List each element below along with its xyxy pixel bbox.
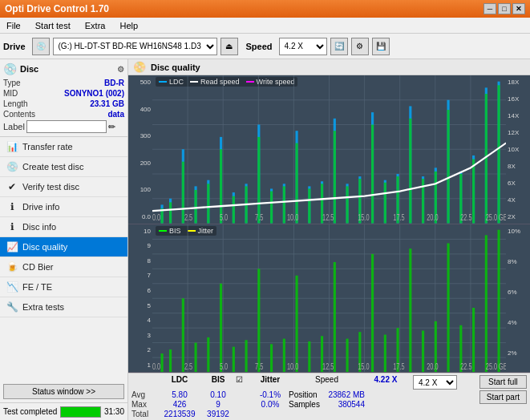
menu-start-test[interactable]: Start test	[32, 19, 74, 32]
total-label: Total	[131, 410, 157, 418]
label-edit-icon[interactable]: ✏	[108, 122, 115, 132]
start-part-button[interactable]: Start part	[479, 390, 527, 404]
disc-length-value: 23.31 GB	[90, 99, 124, 108]
disc-contents-label: Contents	[3, 110, 35, 119]
nav-disc-info-label: Disc info	[22, 222, 56, 232]
chart-header-title: Disc quality	[151, 63, 200, 72]
settings-button[interactable]: ⚙	[351, 38, 369, 55]
svg-rect-56	[334, 131, 336, 223]
drive-select[interactable]: (G:) HL-DT-ST BD-RE WH16NS48 1.D3	[53, 38, 217, 55]
svg-text:7.5: 7.5	[255, 361, 264, 371]
nav-drive-info[interactable]: ℹ Drive info	[0, 197, 127, 217]
svg-rect-106	[245, 340, 248, 372]
main-layout: 💿 Disc ⚙ Type BD-R MID SONYNO1 (002) Len…	[0, 59, 530, 420]
position-value: 23862 MB	[305, 390, 365, 399]
disc-type-label: Type	[3, 79, 21, 87]
menu-file[interactable]: File	[3, 19, 24, 32]
save-button[interactable]: 💾	[372, 38, 390, 55]
stats-avg-row: Avg 5.80 0.10 -0.1% Position 23862 MB	[131, 390, 457, 399]
cd-bier-icon: 🍺	[6, 261, 18, 273]
disc-label-input[interactable]	[26, 120, 107, 133]
close-button[interactable]: ✕	[512, 3, 525, 14]
nav-disc-info[interactable]: ℹ Disc info	[0, 217, 127, 237]
charts-area: 500 400 300 200 100 0.0 LDC	[128, 75, 530, 373]
max-label: Max	[131, 400, 157, 409]
drive-info-icon: ℹ	[6, 201, 18, 212]
svg-rect-120	[422, 330, 424, 372]
nav-fe-te[interactable]: 📉 FE / TE	[0, 277, 127, 297]
svg-text:22.5: 22.5	[460, 361, 472, 371]
svg-rect-69	[498, 85, 500, 223]
refresh-button[interactable]: 🔄	[330, 38, 348, 55]
disc-contents-value: data	[107, 110, 124, 119]
disc-mid-row: MID SONYNO1 (002)	[3, 89, 124, 98]
svg-rect-113	[334, 261, 336, 372]
nav-transfer-rate[interactable]: 📊 Transfer rate	[0, 137, 127, 157]
nav-verify-test-disc[interactable]: ✔ Verify test disc	[0, 177, 127, 197]
disc-info-icon: ℹ	[6, 221, 18, 232]
speed-header: Speed	[305, 375, 349, 390]
svg-text:17.5: 17.5	[393, 361, 405, 371]
svg-rect-47	[220, 149, 222, 223]
start-full-button[interactable]: Start full	[479, 375, 527, 389]
disc-section-title: Disc	[20, 64, 38, 74]
ldc-chart-inner: LDC Read speed Write speed	[152, 75, 506, 224]
disc-section: 💿 Disc ⚙ Type BD-R MID SONYNO1 (002) Len…	[0, 59, 127, 137]
maximize-button[interactable]: □	[498, 3, 511, 14]
svg-text:20.0: 20.0	[427, 361, 439, 371]
ldc-chart-container: 500 400 300 200 100 0.0 LDC	[128, 75, 530, 224]
speed-select[interactable]: 4.2 X	[279, 38, 327, 55]
extra-tests-icon: 🔧	[6, 301, 18, 313]
nav-cd-bier-label: CD Bier	[22, 262, 54, 272]
ldc-y-axis-left: 500 400 300 200 100 0.0	[128, 75, 152, 224]
nav-disc-quality[interactable]: 📈 Disc quality	[0, 237, 127, 257]
svg-rect-45	[195, 190, 197, 224]
stats-header-row: LDC BIS ☑ Jitter Speed 4.22 X 4.2 X	[131, 375, 457, 390]
speed-label: Speed	[246, 42, 273, 51]
svg-text:15.0: 15.0	[358, 213, 369, 223]
bis-y-axis-right: 10% 8% 6% 4% 2%	[506, 224, 530, 373]
drive-icon-button[interactable]: 💿	[32, 38, 50, 55]
nav-extra-tests[interactable]: 🔧 Extra tests	[0, 297, 127, 317]
nav-create-test-disc[interactable]: 💿 Create test disc	[0, 157, 127, 177]
disc-mid-label: MID	[3, 89, 18, 98]
disc-quality-icon: 📈	[6, 241, 18, 252]
svg-text:12.5: 12.5	[322, 213, 334, 223]
svg-rect-65	[447, 110, 450, 223]
svg-rect-62	[409, 119, 411, 224]
svg-rect-116	[371, 253, 374, 372]
stats-table: LDC BIS ☑ Jitter Speed 4.22 X 4.2 X Av	[131, 375, 457, 418]
svg-rect-126	[498, 229, 500, 372]
speed-dropdown[interactable]: 4.2 X	[413, 375, 457, 390]
menu-help[interactable]: Help	[116, 19, 141, 32]
max-ldc: 426	[159, 400, 200, 409]
chart-header-icon: 📀	[133, 61, 146, 73]
svg-rect-54	[308, 188, 310, 223]
nav-transfer-rate-label: Transfer rate	[22, 142, 73, 151]
window-controls: ─ □ ✕	[483, 3, 525, 14]
toolbar: Drive 💿 (G:) HL-DT-ST BD-RE WH16NS48 1.D…	[0, 34, 530, 59]
verify-test-disc-icon: ✔	[6, 181, 18, 192]
nav-cd-bier[interactable]: 🍺 CD Bier	[0, 257, 127, 277]
nav-section: 📊 Transfer rate 💿 Create test disc ✔ Ver…	[0, 137, 127, 381]
disc-contents-row: Contents data	[3, 110, 124, 119]
samples-value: 380544	[305, 400, 365, 409]
max-jitter: 0.0%	[253, 400, 287, 409]
svg-rect-119	[409, 248, 411, 372]
svg-rect-110	[296, 275, 298, 372]
status-window-button[interactable]: Status window >>	[3, 384, 124, 399]
avg-jitter: -0.1%	[253, 390, 287, 399]
nav-verify-test-disc-label: Verify test disc	[22, 182, 79, 192]
menu-bar: File Start test Extra Help	[0, 18, 530, 34]
nav-create-test-disc-label: Create test disc	[22, 162, 83, 172]
minimize-button[interactable]: ─	[483, 3, 496, 14]
disc-label-row: Label ✏	[3, 120, 124, 133]
menu-extra[interactable]: Extra	[82, 19, 109, 32]
speed-value-header: 4.22 X	[362, 375, 410, 390]
bis-header: BIS	[202, 375, 234, 390]
disc-type-value: BD-R	[104, 79, 124, 87]
svg-rect-99	[161, 353, 164, 372]
chart-header: 📀 Disc quality	[128, 59, 530, 75]
disc-section-header: 💿 Disc ⚙	[3, 63, 124, 75]
eject-button[interactable]: ⏏	[220, 38, 238, 55]
